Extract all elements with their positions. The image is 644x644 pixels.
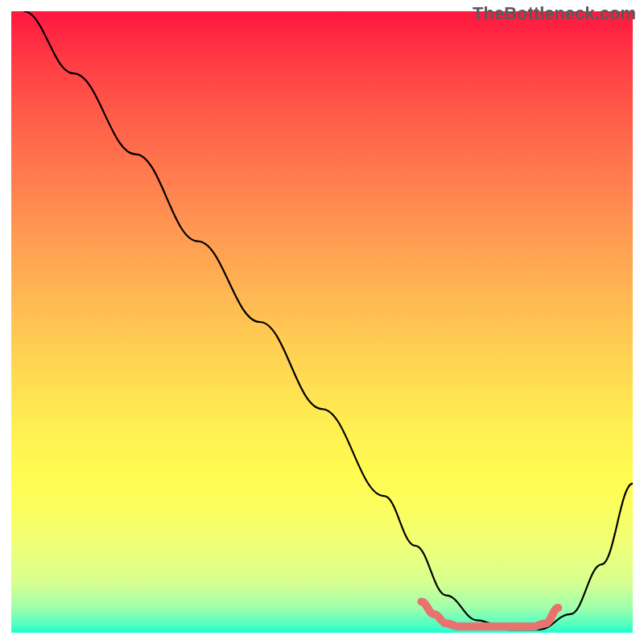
chart-svg: [11, 11, 633, 633]
bottleneck-curve-line: [23, 11, 633, 630]
plot-area: [11, 11, 633, 633]
optimal-range-marker-line: [422, 601, 559, 626]
chart-container: TheBottleneck.com: [0, 0, 644, 644]
watermark-text: TheBottleneck.com: [473, 3, 636, 24]
